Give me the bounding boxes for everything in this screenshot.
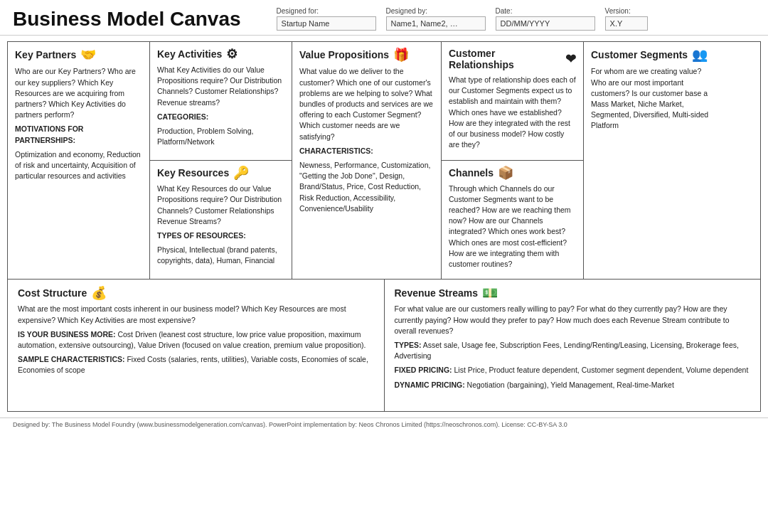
customer-relationships-cell: Customer Relationships ❤ What type of re…: [442, 42, 583, 161]
revenue-streams-dynamic-title: DYNAMIC PRICING:: [395, 381, 465, 389]
revenue-streams-label: Revenue Streams: [395, 287, 479, 299]
date-input[interactable]: [496, 16, 595, 31]
revenue-streams-body: For what value are our customers really …: [395, 304, 751, 390]
designed-for-field: Designed for:: [277, 7, 376, 31]
customer-segments-body: For whom are we creating value? Who are …: [591, 66, 712, 131]
value-propositions-icon: 🎁: [393, 48, 409, 61]
revenue-streams-types-title: TYPES:: [395, 341, 422, 349]
value-propositions-label: Value Propositions: [299, 48, 389, 62]
footer: Designed by: The Business Model Foundry …: [0, 417, 768, 431]
designed-for-label: Designed for:: [277, 7, 376, 15]
channels-icon: 📦: [498, 166, 513, 179]
customer-segments-cell: Customer Segments 👥 For whom are we crea…: [584, 42, 719, 279]
value-propositions-body: What value do we deliver to the customer…: [299, 66, 434, 214]
cost-structure-icon: 💰: [91, 287, 107, 299]
channels-body: Through which Channels do our Customer S…: [449, 183, 576, 270]
customer-rel-channels-column: Customer Relationships ❤ What type of re…: [442, 42, 584, 279]
designed-for-input[interactable]: [277, 16, 376, 31]
value-propositions-char-text: Newness, Performance, Customization, "Ge…: [299, 160, 434, 214]
key-resources-types-text: Physical, Intellectual (brand patents, c…: [157, 245, 284, 266]
customer-relationships-icon: ❤: [565, 53, 576, 65]
key-activities-body: What Key Activities do our Value Proposi…: [157, 65, 284, 148]
key-activities-label: Key Activities: [157, 48, 222, 60]
customer-segments-text1: For whom are we creating value? Who are …: [591, 66, 712, 131]
key-activities-categories-title: CATEGORIES:: [157, 112, 284, 122]
cost-structure-text1: What are the most important costs inhere…: [18, 304, 374, 325]
business-model-canvas: Key Partners 🤝 Who are our Key Partners?…: [7, 41, 761, 412]
version-label: Version:: [605, 7, 648, 15]
footer-text: Designed by: The Business Model Foundry …: [13, 421, 567, 428]
designed-by-label: Designed by:: [386, 7, 486, 15]
customer-relationships-label: Customer Relationships: [449, 48, 561, 70]
revenue-streams-types: TYPES: Asset sale, Usage fee, Subscripti…: [395, 340, 751, 361]
channels-title: Channels 📦: [449, 166, 576, 179]
value-propositions-title: Value Propositions 🎁: [299, 48, 434, 62]
date-label: Date:: [496, 7, 595, 15]
revenue-streams-icon: 💵: [482, 287, 498, 299]
channels-cell: Channels 📦 Through which Channels do our…: [442, 161, 583, 280]
key-resources-types-title: TYPES OF RESOURCES:: [157, 230, 284, 241]
key-activities-text1: What Key Activities do our Value Proposi…: [157, 65, 284, 108]
key-resources-text1: What Key Resources do our Value Proposit…: [157, 183, 284, 227]
revenue-streams-fixed-text: List Price, Product feature dependent, C…: [454, 366, 749, 374]
key-partners-body: Who are our Key Partners? Who are our ke…: [15, 66, 142, 181]
customer-segments-icon: 👥: [692, 48, 708, 61]
designed-by-input[interactable]: [386, 16, 486, 31]
key-partners-cell: Key Partners 🤝 Who are our Key Partners?…: [8, 42, 150, 279]
customer-relationships-title: Customer Relationships ❤: [449, 48, 576, 70]
revenue-streams-types-text: Asset sale, Usage fee, Subscription Fees…: [395, 341, 739, 360]
key-partners-title: Key Partners 🤝: [15, 48, 142, 62]
customer-segments-title: Customer Segments 👥: [591, 48, 712, 62]
key-resources-title: Key Resources 🔑: [157, 166, 284, 179]
key-activities-cell: Key Activities ⚙ What Key Activities do …: [150, 42, 292, 161]
key-partners-text1: Who are our Key Partners? Who are our ke…: [15, 66, 142, 120]
key-activities-icon: ⚙: [226, 48, 238, 60]
cost-structure-body3: SAMPLE CHARACTERISTICS: Fixed Costs (sal…: [18, 354, 374, 376]
cost-structure-title: Cost Structure 💰: [18, 287, 374, 299]
key-resources-icon: 🔑: [233, 166, 249, 179]
channels-label: Channels: [449, 167, 494, 179]
customer-relationships-text1: What type of relationship does each of o…: [449, 75, 576, 151]
key-activities-resources-column: Key Activities ⚙ What Key Activities do …: [150, 42, 292, 279]
value-propositions-cell: Value Propositions 🎁 What value do we de…: [292, 42, 442, 279]
key-resources-cell: Key Resources 🔑 What Key Resources do ou…: [150, 161, 292, 279]
value-propositions-char-title: CHARACTERISTICS:: [299, 146, 434, 156]
channels-text1: Through which Channels do our Customer S…: [449, 183, 576, 270]
cost-structure-body: What are the most important costs inhere…: [18, 304, 374, 376]
revenue-streams-cell: Revenue Streams 💵 For what value are our…: [385, 280, 761, 411]
revenue-streams-text1: For what value are our customers really …: [395, 304, 751, 336]
customer-relationships-body: What type of relationship does each of o…: [449, 75, 576, 151]
key-activities-categories-text: Production, Problem Solving, Platform/Ne…: [157, 126, 284, 147]
key-activities-title: Key Activities ⚙: [157, 48, 284, 60]
revenue-streams-dynamic-text: Negotiation (bargaining), Yield Manageme…: [467, 381, 674, 389]
revenue-streams-fixed: FIXED PRICING: List Price, Product featu…: [395, 365, 751, 376]
value-propositions-text1: What value do we deliver to the customer…: [299, 66, 434, 142]
cost-structure-body3-title: SAMPLE CHARACTERISTICS:: [18, 355, 125, 363]
key-partners-icon: 🤝: [80, 48, 96, 61]
revenue-streams-fixed-title: FIXED PRICING:: [395, 366, 452, 374]
version-field: Version:: [605, 7, 648, 31]
key-partners-motivations-text: Optimization and economy, Reduction of r…: [15, 149, 142, 182]
cost-structure-spacer: IS YOUR BUSINESS MORE: Cost Driven (lean…: [18, 329, 374, 351]
key-resources-body: What Key Resources do our Value Proposit…: [157, 183, 284, 267]
revenue-streams-title: Revenue Streams 💵: [395, 287, 751, 299]
date-field: Date:: [496, 7, 595, 31]
header: Business Model Canvas Designed for: Desi…: [0, 0, 768, 36]
key-resources-label: Key Resources: [157, 167, 229, 179]
cost-structure-body2-title: IS YOUR BUSINESS MORE:: [18, 330, 116, 339]
page-title: Business Model Canvas: [13, 8, 241, 31]
canvas-top-row: Key Partners 🤝 Who are our Key Partners?…: [8, 42, 760, 280]
customer-segments-label: Customer Segments: [591, 48, 688, 62]
cost-structure-cell: Cost Structure 💰 What are the most impor…: [8, 280, 385, 411]
header-fields: Designed for: Designed by: Date: Version…: [277, 7, 755, 31]
key-partners-motivations-title: MOTIVATIONS FOR PARTNERSHIPS:: [15, 124, 142, 145]
canvas-bottom-row: Cost Structure 💰 What are the most impor…: [8, 280, 760, 411]
key-partners-label: Key Partners: [15, 48, 76, 62]
version-input[interactable]: [605, 16, 648, 31]
revenue-streams-dynamic: DYNAMIC PRICING: Negotiation (bargaining…: [395, 380, 751, 390]
cost-structure-label: Cost Structure: [18, 287, 87, 299]
designed-by-field: Designed by:: [386, 7, 486, 31]
